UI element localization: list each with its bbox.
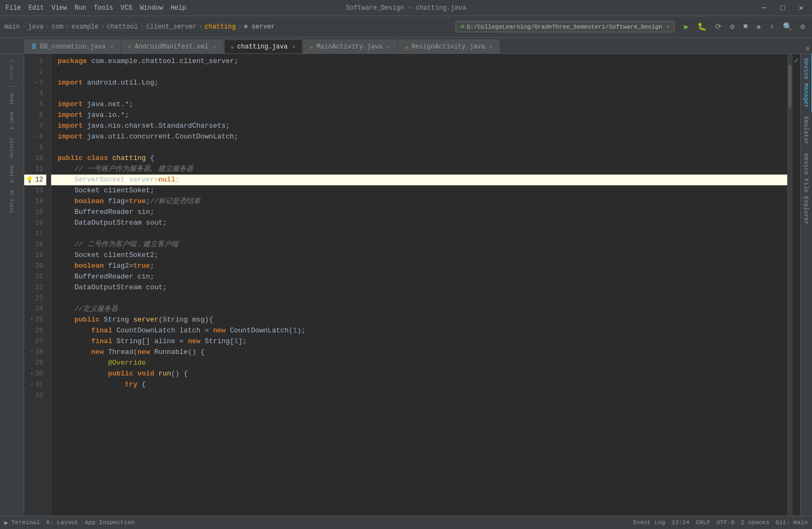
code-line-12: ServerSocket server=null;	[51, 175, 787, 185]
java-label[interactable]: java	[8, 90, 16, 108]
menu-file[interactable]: File	[5, 4, 21, 12]
stop-button[interactable]: ■	[740, 20, 750, 33]
emulator-tab[interactable]: Emulator	[801, 112, 813, 149]
code-line-4	[51, 88, 787, 99]
search-button[interactable]: 🔍	[780, 20, 795, 33]
ln-7: 7	[24, 121, 46, 131]
breadcrumb-chatting[interactable]: chatting	[205, 23, 236, 31]
path-dropdown-icon[interactable]: ▾	[667, 23, 670, 30]
ln-9: 9	[24, 142, 46, 153]
tab-db-connection[interactable]: 🗄 DB_connetion.java ✕	[24, 39, 121, 53]
menu-vcs[interactable]: VCS	[121, 4, 132, 12]
indent-info[interactable]: 2 spaces	[741, 519, 769, 526]
activity-label[interactable]: y.java	[8, 109, 16, 133]
code-line-21: BufferedReader cin;	[51, 272, 787, 282]
code-line-3: import android.util.Log;	[51, 78, 787, 88]
breadcrumb-com[interactable]: com	[52, 23, 64, 31]
line-col-info[interactable]: 12:24	[671, 519, 689, 526]
git-branch[interactable]: Git: main	[776, 519, 808, 526]
breadcrumb-example[interactable]: example	[72, 23, 99, 31]
line-endings[interactable]: CRLF	[696, 519, 710, 526]
tab-chatting[interactable]: ☕ chatting.java ✕	[224, 39, 303, 53]
tab-mainactivity[interactable]: ☕ MainActivity.java ✕	[303, 39, 397, 53]
path-bar[interactable]: ⊕ D:/CollegeLearning/GradeThree_Semester…	[456, 21, 675, 32]
menu-help[interactable]: Help	[171, 4, 186, 12]
tab-more-button[interactable]: ≡	[806, 45, 810, 53]
title-bar: File Edit View Run Tools VCS Window Help…	[0, 0, 812, 16]
breadcrumb: main › java › com › example › chattool ›…	[4, 23, 453, 31]
tab-close-db[interactable]: ✕	[110, 43, 114, 50]
line-numbers: 1 2 ▾3 4 5 6 7 ▾8 9 10 11 💡12 13 14 15 1…	[24, 54, 51, 516]
tab-close-chatting[interactable]: ✕	[292, 43, 296, 50]
device-manager-tab[interactable]: Device Manager	[801, 54, 813, 112]
code-line-10: public class chatting {	[51, 153, 787, 164]
minimize-button[interactable]: ─	[759, 3, 769, 13]
vertical-scrollbar[interactable]	[787, 54, 793, 516]
sync-button[interactable]: ⟳	[712, 20, 724, 33]
code-line-11: // 一号账户作为服务器, 建立服务器	[51, 164, 787, 175]
tab-bar: 🗄 DB_connetion.java ✕ ⚙ AndroidManifest.…	[0, 38, 812, 54]
code-line-16: DataOutputStream sout;	[51, 218, 787, 228]
run-button[interactable]: ▶	[681, 20, 691, 33]
tab-icon-xml: ⚙	[128, 44, 131, 50]
code-line-30: public void run() {	[51, 368, 787, 379]
breadcrumb-main[interactable]: main	[4, 23, 20, 31]
status-bar: ▶ Terminal 6: Layout App Inspection Even…	[0, 516, 812, 529]
ln-27: 27	[24, 336, 46, 347]
ln-15: 15	[24, 207, 46, 218]
tab-label-main: MainActivity.java	[317, 43, 382, 51]
ln-24: 24	[24, 304, 46, 315]
close-button[interactable]: ✕	[796, 2, 807, 13]
ln-12: 💡12	[24, 175, 46, 185]
tab-label-resign: ResignActivity.java	[411, 43, 485, 51]
terminal-label: Terminal	[11, 519, 40, 526]
ln-22: 22	[24, 282, 46, 293]
terminal-button[interactable]: ▶ Terminal	[4, 519, 40, 527]
menu-window[interactable]: Window	[140, 4, 163, 12]
breadcrumb-java[interactable]: java	[28, 23, 44, 31]
tab-resignactivity[interactable]: ☕ ResignActivity.java ✕	[398, 39, 500, 53]
tab-android-manifest[interactable]: ⚙ AndroidManifest.xml ✕	[121, 39, 223, 53]
ln-30: ▾30	[24, 368, 46, 379]
device-file-explorer-tab[interactable]: Device File Explorer	[801, 149, 813, 229]
code-line-19: Socket clientSoket2;	[51, 250, 787, 261]
ln-10: 10	[24, 153, 46, 164]
maximize-button[interactable]: □	[777, 3, 788, 13]
menu-tools[interactable]: Tools	[94, 4, 113, 12]
ln-1: 1	[24, 56, 46, 67]
code-line-29: @Override	[51, 358, 787, 368]
code-line-7: import java.nio.charset.StandardCharsets…	[51, 121, 787, 131]
app-inspection-button[interactable]: App Inspection	[85, 519, 134, 526]
tab-close-manifest[interactable]: ✕	[213, 43, 216, 50]
gradle-button[interactable]: ⚙	[727, 20, 737, 33]
menu-edit[interactable]: Edit	[29, 4, 44, 12]
check-mark-icon: ✓	[794, 56, 799, 65]
structure-label[interactable]: three_S	[8, 56, 16, 83]
breadcrumb-server[interactable]: ⊕ server	[244, 23, 275, 31]
code-line-28: new Thread(new Runnable() {	[51, 347, 787, 358]
breadcrumb-client-server[interactable]: client_server	[146, 23, 197, 31]
ln-16: 16	[24, 218, 46, 228]
settings-button[interactable]: ⚙	[798, 20, 808, 33]
layout-button[interactable]: 6: Layout	[46, 519, 78, 526]
event-log-button[interactable]: Event Log	[633, 519, 665, 526]
debug-button[interactable]: 🐛	[695, 20, 709, 33]
vityjava-label[interactable]: ivity.ja	[8, 187, 16, 217]
menu-view[interactable]: View	[52, 4, 67, 12]
left-panel: three_S java y.java Activit y.java ivity…	[0, 54, 24, 516]
encoding[interactable]: UTF-8	[717, 519, 734, 526]
toolbar: main › java › com › example › chattool ›…	[0, 16, 812, 38]
coverage-button[interactable]: ◈	[754, 20, 764, 33]
tab-close-resign[interactable]: ✕	[489, 43, 493, 50]
code-area[interactable]: package com.example.chattool.client_serv…	[51, 54, 787, 516]
yjava-label[interactable]: y.java	[8, 162, 16, 186]
tab-icon-db: 🗄	[31, 44, 37, 50]
activ-label[interactable]: Activit	[8, 134, 16, 161]
menu-run[interactable]: Run	[74, 4, 86, 12]
code-line-26: final CountDownLatch latch = new CountDo…	[51, 325, 787, 336]
scroll-thumb[interactable]	[788, 65, 792, 108]
menu-bar: File Edit View Run Tools VCS Window Help	[5, 4, 186, 12]
breadcrumb-chattool[interactable]: chattool	[107, 23, 138, 31]
tab-close-main[interactable]: ✕	[387, 43, 390, 50]
profile-button[interactable]: ⚡	[767, 20, 776, 33]
